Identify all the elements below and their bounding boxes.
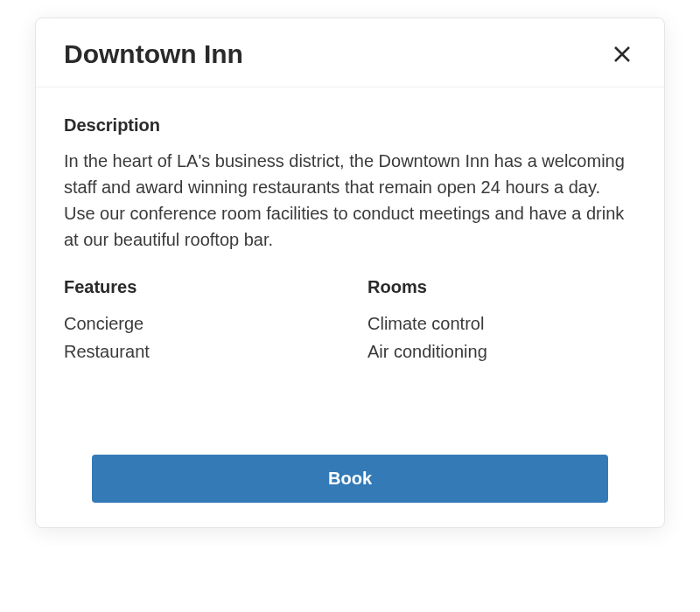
feature-item: Restaurant [64, 337, 332, 365]
rooms-column: Rooms Climate control Air conditioning [368, 277, 636, 365]
modal-title: Downtown Inn [64, 39, 243, 69]
scroll-filler [64, 365, 636, 437]
room-item: Air conditioning [368, 337, 636, 365]
modal-header: Downtown Inn [36, 18, 664, 87]
book-button[interactable]: Book [92, 455, 608, 503]
hotel-detail-modal: Downtown Inn Description In the heart of… [35, 17, 665, 528]
description-heading: Description [64, 115, 636, 136]
feature-item: Concierge [64, 309, 332, 337]
modal-body-scroll[interactable]: Description In the heart of LA's busines… [36, 87, 664, 437]
close-button[interactable] [608, 40, 636, 68]
info-columns: Features Concierge Restaurant Rooms Clim… [64, 277, 636, 365]
close-icon [612, 44, 633, 65]
modal-footer: Book [36, 437, 664, 527]
description-text: In the heart of LA's business district, … [64, 148, 636, 253]
rooms-heading: Rooms [368, 277, 636, 297]
room-item: Climate control [368, 309, 636, 337]
features-heading: Features [64, 277, 332, 297]
features-column: Features Concierge Restaurant [64, 277, 332, 365]
